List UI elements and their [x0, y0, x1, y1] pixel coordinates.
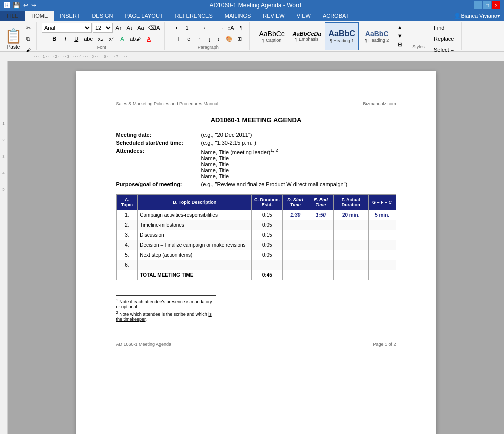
tab-file[interactable]: FILE	[0, 11, 25, 21]
title-bar: 🆆 💾 ↩ ↪ AD1060-1 Meeting Agenda - Word –…	[0, 0, 504, 11]
ruler-scale: · · · · 1 · · · · 2 · · · · 3 · · · · 4 …	[34, 54, 127, 59]
tab-view[interactable]: VIEW	[291, 11, 317, 21]
shrink-font-button[interactable]: A↓	[125, 23, 135, 33]
tab-mailings[interactable]: MAILINGS	[219, 11, 257, 21]
multilevel-button[interactable]: ≡≡	[191, 23, 201, 33]
tab-references[interactable]: REFERENCES	[169, 11, 219, 21]
total-label: TOTAL MEETING TIME	[138, 270, 252, 280]
styles-scroll-up[interactable]: ▲	[395, 23, 405, 32]
footer-right: Page 1 of 2	[373, 342, 396, 347]
underline-button[interactable]: U	[71, 34, 81, 44]
user-name: 👤 Bianca Viviano ▾	[355, 11, 504, 21]
styles-more[interactable]: ⊞	[395, 40, 405, 49]
row-actual	[333, 260, 368, 270]
cut-button[interactable]: ✂	[23, 23, 33, 33]
align-left-button[interactable]: ≡l	[172, 34, 182, 44]
font-label: Font	[97, 45, 106, 50]
row-start	[283, 230, 308, 240]
scheduled-label: Scheduled start/end time:	[116, 140, 201, 146]
sort-button[interactable]: ↕A	[226, 23, 236, 33]
borders-button[interactable]: ⊞	[235, 34, 245, 44]
align-center-button[interactable]: ≡c	[182, 34, 192, 44]
style-emphasis[interactable]: AaBbCcDa ¶ Emphasis	[290, 22, 324, 50]
style-heading1[interactable]: AaBbC ¶ Heading 1	[325, 22, 359, 50]
row-end	[308, 250, 334, 260]
editing-controls: Find Replace Select =	[432, 23, 455, 55]
increase-indent-button[interactable]: ≡→	[214, 23, 225, 33]
maximize-button[interactable]: □	[483, 1, 491, 9]
style-heading2[interactable]: AaBbC ¶ Heading 2	[360, 22, 394, 50]
minimize-button[interactable]: –	[474, 1, 482, 9]
line-spacing-button[interactable]: ↕	[214, 34, 224, 44]
subscript-button[interactable]: x₂	[95, 34, 105, 44]
row-actual: 20 min.	[333, 210, 368, 220]
highlight-button[interactable]: ab🖌	[128, 34, 143, 44]
row-end	[308, 220, 334, 230]
row-num: 2.	[116, 220, 138, 230]
replace-button[interactable]: Replace	[432, 34, 455, 44]
align-right-button[interactable]: ≡r	[193, 34, 203, 44]
ribbon-tabs: FILE HOME INSERT DESIGN PAGE LAYOUT REFE…	[0, 11, 504, 21]
style-heading1-preview: AaBbC	[329, 29, 355, 38]
quick-access-save[interactable]: 💾	[13, 2, 20, 9]
paste-button[interactable]: 📋 Paste	[5, 28, 22, 50]
find-button[interactable]: Find	[432, 23, 455, 33]
strikethrough-button[interactable]: abc	[82, 34, 94, 44]
total-d	[283, 270, 308, 280]
italic-button[interactable]: I	[60, 34, 70, 44]
tab-page-layout[interactable]: PAGE LAYOUT	[119, 11, 169, 21]
row-num: 4.	[116, 240, 138, 250]
font-color-button[interactable]: A	[144, 34, 154, 44]
ribbon: FILE HOME INSERT DESIGN PAGE LAYOUT REFE…	[0, 11, 504, 52]
font-row-2: B I U abc x₂ x² A ab🖌 A	[49, 34, 154, 44]
row-start	[283, 240, 308, 250]
tab-design[interactable]: DESIGN	[86, 11, 119, 21]
page-header: Sales & Marketing Policies and Procedure…	[116, 101, 396, 106]
font-controls: Arial 12 A↑ A↓ Aa ⌫A B I U abc x₂ x²	[42, 23, 161, 44]
table-header-row: A. Topic B. Topic Description C. Duratio…	[116, 194, 396, 210]
quick-access-redo[interactable]: ↪	[31, 2, 36, 9]
tab-insert[interactable]: INSERT	[54, 11, 86, 21]
font-size-select[interactable]: 12	[93, 23, 113, 33]
paste-icon: 📋	[5, 28, 22, 44]
decrease-indent-button[interactable]: ←≡	[201, 23, 213, 33]
purpose-label: Purpose/goal of meeting:	[116, 181, 201, 187]
justify-button[interactable]: ≡j	[203, 34, 213, 44]
change-case-button[interactable]: Aa	[136, 23, 146, 33]
copy-button[interactable]: ⧉	[23, 34, 33, 44]
paragraph-label: Paragraph	[198, 45, 219, 50]
tab-review[interactable]: REVIEW	[257, 11, 290, 21]
style-heading2-preview: AaBbC	[365, 30, 389, 38]
show-formatting-button[interactable]: ¶	[236, 23, 246, 33]
superscript-button[interactable]: x²	[106, 34, 116, 44]
row-end	[308, 260, 334, 270]
scheduled-value: (e.g., "1:30-2:15 p.m.")	[201, 140, 396, 146]
row-duration	[252, 260, 283, 270]
field-meeting-date: Meeting date: (e.g., "20 Dec 2011")	[116, 132, 396, 138]
shading-button[interactable]: 🎨	[224, 34, 234, 44]
col-header-e: E. End Time	[308, 194, 334, 210]
document-area[interactable]: Sales & Marketing Policies and Procedure…	[8, 61, 504, 434]
quick-access-undo[interactable]: ↩	[23, 2, 28, 9]
table-row: 3. Discussion 0:15	[116, 230, 396, 240]
bold-button[interactable]: B	[49, 34, 59, 44]
total-value: 0:45	[252, 270, 283, 280]
row-desc: Discussion	[138, 230, 252, 240]
document-fields: Meeting date: (e.g., "20 Dec 2011") Sche…	[116, 132, 396, 187]
style-caption[interactable]: AaBbCc ¶ Caption	[255, 22, 289, 50]
font-name-select[interactable]: Arial	[42, 23, 92, 33]
attendees-label: Attendees:	[116, 148, 201, 179]
clear-format-button[interactable]: ⌫A	[147, 23, 161, 33]
tab-home[interactable]: HOME	[25, 11, 54, 21]
attendees-value: Name, Title (meeting leader)1, 2 Name, T…	[201, 148, 396, 179]
close-button[interactable]: ×	[492, 1, 500, 9]
ribbon-content: 📋 Paste ✂ ⧉ 🖌 Clipboard Arial	[0, 21, 504, 52]
numbering-button[interactable]: ≡1	[180, 23, 190, 33]
tab-acrobat[interactable]: ACROBAT	[317, 11, 355, 21]
bullets-button[interactable]: ≡•	[170, 23, 180, 33]
styles-scroll-down[interactable]: ▼	[395, 32, 405, 40]
row-diff	[368, 260, 396, 270]
grow-font-button[interactable]: A↑	[114, 23, 124, 33]
table-row: 2. Timeline-milestones 0:05	[116, 220, 396, 230]
text-effect-button[interactable]: A	[117, 34, 127, 44]
